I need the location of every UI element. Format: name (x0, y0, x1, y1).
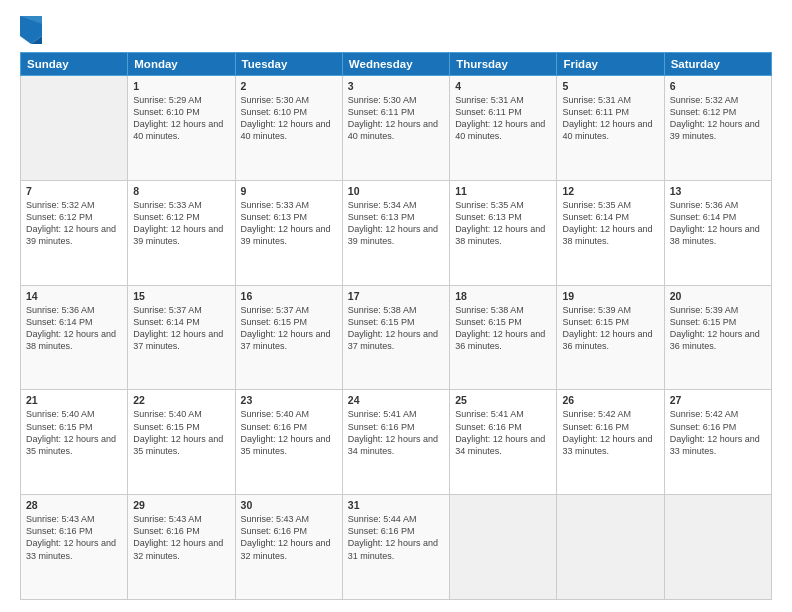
day-info: Sunrise: 5:43 AMSunset: 6:16 PMDaylight:… (133, 514, 223, 560)
day-info: Sunrise: 5:42 AMSunset: 6:16 PMDaylight:… (562, 409, 652, 455)
calendar-cell: 30Sunrise: 5:43 AMSunset: 6:16 PMDayligh… (235, 495, 342, 600)
day-info: Sunrise: 5:39 AMSunset: 6:15 PMDaylight:… (670, 305, 760, 351)
day-number: 3 (348, 80, 444, 92)
day-number: 2 (241, 80, 337, 92)
calendar-cell: 4Sunrise: 5:31 AMSunset: 6:11 PMDaylight… (450, 76, 557, 181)
calendar-cell: 19Sunrise: 5:39 AMSunset: 6:15 PMDayligh… (557, 285, 664, 390)
calendar-cell: 1Sunrise: 5:29 AMSunset: 6:10 PMDaylight… (128, 76, 235, 181)
day-info: Sunrise: 5:33 AMSunset: 6:13 PMDaylight:… (241, 200, 331, 246)
calendar-cell: 27Sunrise: 5:42 AMSunset: 6:16 PMDayligh… (664, 390, 771, 495)
day-number: 24 (348, 394, 444, 406)
day-info: Sunrise: 5:40 AMSunset: 6:15 PMDaylight:… (26, 409, 116, 455)
day-number: 15 (133, 290, 229, 302)
calendar-cell (664, 495, 771, 600)
day-number: 1 (133, 80, 229, 92)
day-number: 14 (26, 290, 122, 302)
day-info: Sunrise: 5:34 AMSunset: 6:13 PMDaylight:… (348, 200, 438, 246)
calendar-cell: 20Sunrise: 5:39 AMSunset: 6:15 PMDayligh… (664, 285, 771, 390)
day-number: 23 (241, 394, 337, 406)
day-header-sunday: Sunday (21, 53, 128, 76)
calendar-cell: 16Sunrise: 5:37 AMSunset: 6:15 PMDayligh… (235, 285, 342, 390)
calendar-cell: 5Sunrise: 5:31 AMSunset: 6:11 PMDaylight… (557, 76, 664, 181)
day-info: Sunrise: 5:32 AMSunset: 6:12 PMDaylight:… (26, 200, 116, 246)
day-info: Sunrise: 5:36 AMSunset: 6:14 PMDaylight:… (670, 200, 760, 246)
calendar-cell: 23Sunrise: 5:40 AMSunset: 6:16 PMDayligh… (235, 390, 342, 495)
day-info: Sunrise: 5:35 AMSunset: 6:14 PMDaylight:… (562, 200, 652, 246)
day-number: 7 (26, 185, 122, 197)
calendar-cell: 3Sunrise: 5:30 AMSunset: 6:11 PMDaylight… (342, 76, 449, 181)
day-info: Sunrise: 5:29 AMSunset: 6:10 PMDaylight:… (133, 95, 223, 141)
calendar-cell: 18Sunrise: 5:38 AMSunset: 6:15 PMDayligh… (450, 285, 557, 390)
day-info: Sunrise: 5:37 AMSunset: 6:14 PMDaylight:… (133, 305, 223, 351)
day-number: 30 (241, 499, 337, 511)
calendar-cell: 9Sunrise: 5:33 AMSunset: 6:13 PMDaylight… (235, 180, 342, 285)
calendar-cell: 28Sunrise: 5:43 AMSunset: 6:16 PMDayligh… (21, 495, 128, 600)
day-header-friday: Friday (557, 53, 664, 76)
day-info: Sunrise: 5:41 AMSunset: 6:16 PMDaylight:… (348, 409, 438, 455)
calendar-cell: 14Sunrise: 5:36 AMSunset: 6:14 PMDayligh… (21, 285, 128, 390)
day-number: 28 (26, 499, 122, 511)
day-number: 8 (133, 185, 229, 197)
day-number: 20 (670, 290, 766, 302)
calendar-cell: 31Sunrise: 5:44 AMSunset: 6:16 PMDayligh… (342, 495, 449, 600)
header-row: SundayMondayTuesdayWednesdayThursdayFrid… (21, 53, 772, 76)
day-number: 29 (133, 499, 229, 511)
day-info: Sunrise: 5:41 AMSunset: 6:16 PMDaylight:… (455, 409, 545, 455)
page: SundayMondayTuesdayWednesdayThursdayFrid… (0, 0, 792, 612)
day-info: Sunrise: 5:38 AMSunset: 6:15 PMDaylight:… (455, 305, 545, 351)
day-info: Sunrise: 5:36 AMSunset: 6:14 PMDaylight:… (26, 305, 116, 351)
calendar-cell: 21Sunrise: 5:40 AMSunset: 6:15 PMDayligh… (21, 390, 128, 495)
calendar-cell: 29Sunrise: 5:43 AMSunset: 6:16 PMDayligh… (128, 495, 235, 600)
day-header-wednesday: Wednesday (342, 53, 449, 76)
day-info: Sunrise: 5:43 AMSunset: 6:16 PMDaylight:… (26, 514, 116, 560)
calendar-cell: 7Sunrise: 5:32 AMSunset: 6:12 PMDaylight… (21, 180, 128, 285)
calendar-cell: 12Sunrise: 5:35 AMSunset: 6:14 PMDayligh… (557, 180, 664, 285)
logo-icon (20, 16, 42, 44)
calendar-cell: 26Sunrise: 5:42 AMSunset: 6:16 PMDayligh… (557, 390, 664, 495)
day-number: 27 (670, 394, 766, 406)
day-header-thursday: Thursday (450, 53, 557, 76)
calendar-cell: 17Sunrise: 5:38 AMSunset: 6:15 PMDayligh… (342, 285, 449, 390)
calendar-cell: 13Sunrise: 5:36 AMSunset: 6:14 PMDayligh… (664, 180, 771, 285)
week-row-2: 14Sunrise: 5:36 AMSunset: 6:14 PMDayligh… (21, 285, 772, 390)
day-number: 16 (241, 290, 337, 302)
day-number: 9 (241, 185, 337, 197)
calendar-cell: 2Sunrise: 5:30 AMSunset: 6:10 PMDaylight… (235, 76, 342, 181)
calendar-cell: 11Sunrise: 5:35 AMSunset: 6:13 PMDayligh… (450, 180, 557, 285)
day-info: Sunrise: 5:30 AMSunset: 6:10 PMDaylight:… (241, 95, 331, 141)
day-info: Sunrise: 5:37 AMSunset: 6:15 PMDaylight:… (241, 305, 331, 351)
day-info: Sunrise: 5:32 AMSunset: 6:12 PMDaylight:… (670, 95, 760, 141)
calendar-cell: 15Sunrise: 5:37 AMSunset: 6:14 PMDayligh… (128, 285, 235, 390)
day-number: 22 (133, 394, 229, 406)
week-row-1: 7Sunrise: 5:32 AMSunset: 6:12 PMDaylight… (21, 180, 772, 285)
week-row-0: 1Sunrise: 5:29 AMSunset: 6:10 PMDaylight… (21, 76, 772, 181)
day-info: Sunrise: 5:40 AMSunset: 6:15 PMDaylight:… (133, 409, 223, 455)
day-number: 25 (455, 394, 551, 406)
day-header-tuesday: Tuesday (235, 53, 342, 76)
day-header-monday: Monday (128, 53, 235, 76)
calendar-cell: 25Sunrise: 5:41 AMSunset: 6:16 PMDayligh… (450, 390, 557, 495)
week-row-4: 28Sunrise: 5:43 AMSunset: 6:16 PMDayligh… (21, 495, 772, 600)
day-info: Sunrise: 5:42 AMSunset: 6:16 PMDaylight:… (670, 409, 760, 455)
day-info: Sunrise: 5:31 AMSunset: 6:11 PMDaylight:… (562, 95, 652, 141)
calendar-cell: 6Sunrise: 5:32 AMSunset: 6:12 PMDaylight… (664, 76, 771, 181)
week-row-3: 21Sunrise: 5:40 AMSunset: 6:15 PMDayligh… (21, 390, 772, 495)
day-number: 18 (455, 290, 551, 302)
day-info: Sunrise: 5:33 AMSunset: 6:12 PMDaylight:… (133, 200, 223, 246)
calendar-cell: 8Sunrise: 5:33 AMSunset: 6:12 PMDaylight… (128, 180, 235, 285)
calendar-table: SundayMondayTuesdayWednesdayThursdayFrid… (20, 52, 772, 600)
calendar-cell (21, 76, 128, 181)
day-info: Sunrise: 5:44 AMSunset: 6:16 PMDaylight:… (348, 514, 438, 560)
day-number: 10 (348, 185, 444, 197)
day-info: Sunrise: 5:40 AMSunset: 6:16 PMDaylight:… (241, 409, 331, 455)
day-number: 12 (562, 185, 658, 197)
calendar-cell (557, 495, 664, 600)
day-number: 21 (26, 394, 122, 406)
calendar-cell: 22Sunrise: 5:40 AMSunset: 6:15 PMDayligh… (128, 390, 235, 495)
day-number: 6 (670, 80, 766, 92)
day-number: 5 (562, 80, 658, 92)
day-number: 11 (455, 185, 551, 197)
day-info: Sunrise: 5:31 AMSunset: 6:11 PMDaylight:… (455, 95, 545, 141)
day-info: Sunrise: 5:39 AMSunset: 6:15 PMDaylight:… (562, 305, 652, 351)
day-header-saturday: Saturday (664, 53, 771, 76)
